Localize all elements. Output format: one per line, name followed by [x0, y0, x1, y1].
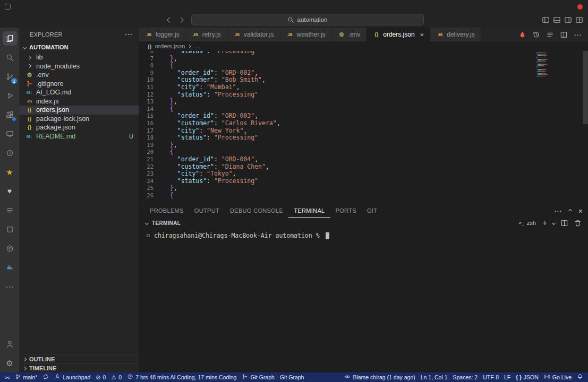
accounts-icon[interactable]: [0, 334, 19, 353]
breadcrumb-more[interactable]: …: [194, 43, 200, 49]
extension-view-7-icon[interactable]: [0, 258, 19, 277]
graph-icon: [242, 374, 248, 381]
breadcrumb-file[interactable]: orders.json: [155, 43, 185, 49]
command-center-search[interactable]: automation: [191, 14, 424, 25]
file-item-package-lock.json[interactable]: {}package-lock.json: [19, 115, 139, 124]
tab-.env[interactable]: ⚙.env: [332, 28, 367, 41]
eol[interactable]: LF: [501, 372, 513, 382]
launchpad[interactable]: Launchpad: [52, 372, 93, 382]
git-graph-2[interactable]: Git Graph: [277, 372, 307, 382]
tab-orders.json[interactable]: {}orders.json×: [367, 28, 430, 41]
extension-view-4-icon[interactable]: [0, 201, 19, 220]
git-blame[interactable]: Blame chirag (1 day ago): [342, 372, 417, 382]
file-item-package.json[interactable]: {}package.json: [19, 123, 139, 132]
breadcrumb: {} orders.json …: [139, 41, 588, 51]
close-icon[interactable]: ×: [420, 31, 424, 39]
terminal-section-label: TERMINAL: [152, 220, 181, 226]
run-and-debug-icon[interactable]: [0, 86, 19, 105]
coding-time[interactable]: 7 hrs 48 mins AI Coding, 17 mins Coding: [124, 372, 239, 382]
layout-panel-icon[interactable]: [553, 16, 561, 24]
panel-more-icon[interactable]: ⋯: [554, 207, 562, 215]
layout-sidebar-icon[interactable]: [542, 16, 550, 24]
layout-secondary-icon[interactable]: [564, 16, 573, 24]
go-live[interactable]: Go Live: [541, 372, 574, 382]
tab-label: retry.js: [202, 31, 221, 38]
file-item-.env[interactable]: ⚙.env: [19, 71, 139, 80]
nav-back-icon[interactable]: [165, 15, 173, 24]
file-item-AI_LOG.md[interactable]: M↓AI_LOG.md: [19, 88, 139, 97]
tab-retry.js[interactable]: JSretry.js: [186, 28, 227, 41]
problems-warnings[interactable]: ⚠0: [108, 372, 124, 382]
remote-explorer-icon[interactable]: [0, 124, 19, 143]
file-item-.gitignore[interactable]: .gitignore: [19, 80, 139, 89]
code-line-6: 6 "status": "Processing": [139, 51, 530, 55]
file-item-index.js[interactable]: JSindex.js: [19, 97, 139, 106]
git-branch[interactable]: main*: [12, 372, 40, 382]
sync-changes[interactable]: [40, 372, 52, 382]
language-mode[interactable]: { }JSON: [513, 372, 541, 382]
split-editor-icon[interactable]: [560, 31, 568, 39]
cursor-position[interactable]: Ln 1, Col 1: [418, 372, 450, 382]
notifications[interactable]: [574, 372, 586, 382]
file-item-README.md[interactable]: M↓README.mdU: [19, 132, 139, 141]
problems-errors[interactable]: ⊘0: [93, 372, 108, 382]
sidebar-section-outline[interactable]: OUTLINE: [19, 354, 139, 363]
sidebar-more-actions-icon[interactable]: ⋯: [124, 30, 132, 39]
file-item-orders.json[interactable]: {}orders.json: [19, 106, 139, 115]
indentation[interactable]: Spaces: 2: [450, 372, 481, 382]
sidebar-section-timeline[interactable]: TIMELINE: [19, 363, 139, 372]
remote-indicator[interactable]: ><: [2, 372, 12, 382]
file-label: AI_LOG.md: [36, 89, 134, 96]
extension-action-icon[interactable]: [518, 31, 526, 39]
broadcast-icon: [544, 374, 550, 381]
code-editor[interactable]: 6 "status": "Processing"7 },8 {9 "order_…: [139, 51, 588, 204]
tab-validator.js[interactable]: JSvalidator.js: [227, 28, 280, 41]
tab-weather.js[interactable]: JSweather.js: [280, 28, 332, 41]
extensions-icon[interactable]: [0, 105, 19, 124]
extension-view-3-icon[interactable]: ♥: [0, 181, 19, 201]
extension-view-1-icon[interactable]: [0, 143, 19, 162]
settings-icon[interactable]: ⚙: [0, 353, 19, 372]
terminal-section-header[interactable]: TERMINAL: [146, 220, 181, 226]
encoding[interactable]: UTF-8: [480, 372, 501, 382]
code-line-16: 16 "customer": "Carlos Rivera",: [139, 120, 530, 127]
tab-logger.js[interactable]: JSlogger.js: [139, 28, 186, 41]
minimap[interactable]: [536, 51, 582, 204]
panel-tab-problems[interactable]: PROBLEMS: [144, 204, 189, 218]
panel-tab-git[interactable]: GIT: [362, 204, 382, 218]
nav-forward-icon[interactable]: [178, 15, 186, 24]
timeline-action-icon[interactable]: [532, 31, 540, 39]
close-panel-icon[interactable]: ×: [578, 207, 583, 215]
panel-tab-output[interactable]: OUTPUT: [189, 204, 225, 218]
layout-grid-icon[interactable]: [575, 16, 584, 24]
split-terminal-icon[interactable]: [560, 219, 568, 227]
search-icon[interactable]: [0, 48, 19, 67]
line-number: 21: [139, 156, 163, 163]
extension-view-2-icon[interactable]: ★: [0, 162, 19, 181]
source-control-icon[interactable]: 1: [0, 67, 19, 86]
maximize-panel-icon[interactable]: [569, 210, 572, 212]
panel-tab-debug-console[interactable]: DEBUG CONSOLE: [225, 204, 288, 218]
line-number: 10: [139, 76, 163, 84]
additional-views-icon[interactable]: ⋯: [0, 277, 19, 296]
panel-tab-ports[interactable]: PORTS: [330, 204, 362, 218]
terminal[interactable]: chiragsahani@Chirags-MacBook-Air automat…: [139, 228, 588, 372]
terminal-profiles-icon[interactable]: [552, 222, 555, 224]
workspace-section-header[interactable]: AUTOMATION: [19, 41, 139, 53]
file-item-node_modules[interactable]: node_modules: [19, 62, 139, 71]
tab-delivery.js[interactable]: JSdelivery.js: [430, 28, 481, 41]
editor-scrollbar[interactable]: [583, 51, 588, 124]
new-terminal-icon[interactable]: +: [543, 219, 547, 227]
terminal-shell-tab[interactable]: >_ zsh: [518, 220, 535, 226]
line-number: 17: [139, 127, 163, 135]
more-actions-icon[interactable]: ⋯: [574, 31, 582, 39]
panel-tab-terminal[interactable]: TERMINAL: [288, 204, 330, 218]
explorer-icon[interactable]: [0, 29, 19, 48]
open-changes-icon[interactable]: [546, 31, 554, 39]
extension-view-5-icon[interactable]: [0, 220, 19, 239]
file-item-lib[interactable]: lib: [19, 53, 139, 62]
kill-terminal-icon[interactable]: [574, 219, 582, 227]
extension-view-6-icon[interactable]: [0, 239, 19, 258]
git-graph[interactable]: Git Graph: [239, 372, 277, 382]
tab-label: validator.js: [244, 31, 274, 38]
